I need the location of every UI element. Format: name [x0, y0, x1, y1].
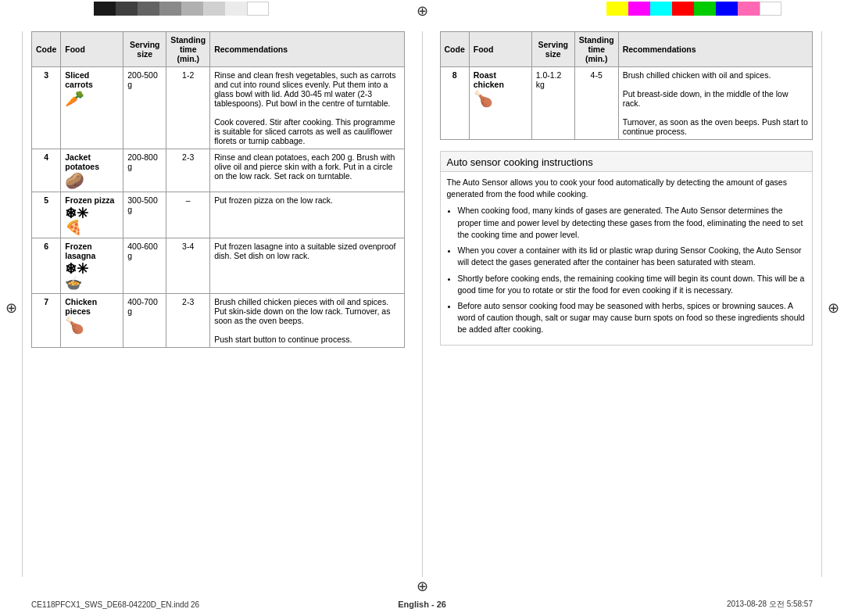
code-cell-3: 3 [32, 67, 61, 149]
right-header-food: Food [469, 32, 531, 67]
reg-mark-top: ⊕ [413, 2, 431, 20]
left-border [22, 31, 23, 577]
left-header-recommendations: Recommendations [210, 32, 404, 67]
rec-cell-4: Rinse and clean potatoes, each 200 g. Br… [210, 149, 404, 192]
reg-mark-right: ⊕ [824, 299, 842, 317]
serving-cell-7: 400-700 g [123, 294, 166, 348]
left-header-code: Code [32, 32, 61, 67]
food-icon-6: ❄✳🍲 [65, 262, 119, 290]
right-header-code: Code [440, 32, 469, 67]
right-header-recommendations: Recommendations [618, 32, 812, 67]
color-bars-right [606, 2, 781, 16]
food-cell-4: Jacket potatoes 🥔 [61, 149, 123, 192]
left-cooking-table: Code Food Serving size Standing time (mi… [31, 31, 405, 348]
food-icon-7: 🍗 [65, 317, 119, 333]
left-table-container: Code Food Serving size Standing time (mi… [31, 31, 405, 577]
right-border [821, 31, 822, 577]
code-cell-6: 6 [32, 238, 61, 294]
auto-sensor-intro: The Auto Sensor allows you to cook your … [447, 177, 806, 200]
table-row: 7 Chicken pieces 🍗 400-700 g 2-3 Brush c… [32, 294, 405, 348]
serving-cell-4: 200-800 g [123, 149, 166, 192]
rec-cell-8: Brush chilled chicken with oil and spice… [618, 67, 812, 140]
standing-cell-3: 1-2 [166, 67, 210, 149]
footer-left: CE118PFCX1_SWS_DE68-04220D_EN.indd 26 [31, 600, 199, 609]
rec-cell-5: Put frozen pizza on the low rack. [210, 192, 404, 238]
serving-cell-5: 300-500 g [123, 192, 166, 238]
right-header-standing: Standing time (min.) [574, 32, 618, 67]
left-header-food: Food [61, 32, 123, 67]
serving-cell-8: 1.0-1.2 kg [531, 67, 574, 140]
tables-row: Code Food Serving size Standing time (mi… [31, 31, 813, 577]
standing-cell-8: 4-5 [574, 67, 618, 140]
right-section: Code Food Serving size Standing time (mi… [440, 31, 814, 577]
table-row: 6 Frozen lasagna ❄✳🍲 400-600 g 3-4 Put f… [32, 238, 405, 294]
food-icon-4: 🥔 [65, 173, 119, 188]
food-cell-6: Frozen lasagna ❄✳🍲 [61, 238, 123, 294]
standing-cell-6: 3-4 [166, 238, 210, 294]
color-bars-left [94, 2, 269, 16]
auto-sensor-bullets: When cooking food, many kinds of gases a… [447, 205, 806, 335]
table-row: 3 Sliced carrots 🥕 200-500 g 1-2 Rinse a… [32, 67, 405, 149]
serving-cell-3: 200-500 g [123, 67, 166, 149]
footer: CE118PFCX1_SWS_DE68-04220D_EN.indd 26 En… [0, 599, 844, 610]
rec-cell-7: Brush chilled chicken pieces with oil an… [210, 294, 404, 348]
reg-mark-left: ⊕ [2, 299, 20, 317]
serving-cell-6: 400-600 g [123, 238, 166, 294]
rec-cell-6: Put frozen lasagne into a suitable sized… [210, 238, 404, 294]
table-row: 8 Roast chicken 🍗 1.0-1.2 kg 4-5 Brush c… [440, 67, 813, 140]
right-cooking-table: Code Food Serving size Standing time (mi… [440, 31, 814, 140]
footer-center: English - 26 [398, 600, 446, 609]
table-row: 5 Frozen pizza ❄✳🍕 300-500 g – Put froze… [32, 192, 405, 238]
food-cell-3: Sliced carrots 🥕 [61, 67, 123, 149]
rec-cell-3: Rinse and clean fresh vegetables, such a… [210, 67, 404, 149]
table-divider [422, 31, 423, 577]
code-cell-8: 8 [440, 67, 469, 140]
standing-cell-5: – [166, 192, 210, 238]
list-item: When cooking food, many kinds of gases a… [458, 205, 806, 241]
auto-sensor-section: Auto sensor cooking instructions The Aut… [440, 151, 814, 346]
food-cell-5: Frozen pizza ❄✳🍕 [61, 192, 123, 238]
auto-sensor-body: The Auto Sensor allows you to cook your … [441, 172, 813, 345]
food-icon-3: 🥕 [65, 91, 119, 106]
left-header-serving: Serving size [123, 32, 166, 67]
code-cell-5: 5 [32, 192, 61, 238]
list-item: Shortly before cooking ends, the remaini… [458, 273, 806, 296]
table-row: 4 Jacket potatoes 🥔 200-800 g 2-3 Rinse … [32, 149, 405, 192]
code-cell-4: 4 [32, 149, 61, 192]
food-cell-7: Chicken pieces 🍗 [61, 294, 123, 348]
list-item: When you cover a container with its lid … [458, 245, 806, 268]
standing-cell-4: 2-3 [166, 149, 210, 192]
auto-sensor-title: Auto sensor cooking instructions [441, 152, 813, 172]
list-item: Before auto sensor cooking food may be s… [458, 300, 806, 336]
footer-right: 2013-08-28 오전 5:58:57 [727, 599, 813, 610]
right-table-container: Code Food Serving size Standing time (mi… [440, 31, 814, 140]
food-cell-8: Roast chicken 🍗 [469, 67, 531, 140]
code-cell-7: 7 [32, 294, 61, 348]
reg-mark-bottom: ⊕ [413, 577, 431, 596]
standing-cell-7: 2-3 [166, 294, 210, 348]
food-icon-8: 🍗 [474, 91, 528, 106]
food-icon-5: ❄✳🍕 [65, 206, 119, 235]
right-header-serving: Serving size [531, 32, 574, 67]
main-content: Code Food Serving size Standing time (mi… [31, 31, 813, 577]
left-header-standing: Standing time (min.) [166, 32, 210, 67]
